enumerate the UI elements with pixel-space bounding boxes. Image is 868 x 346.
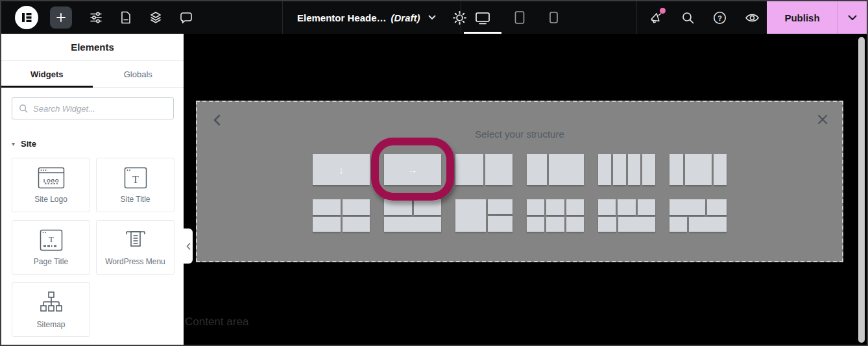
preset-column [488,199,512,232]
site-logo-icon: LOGO [38,167,65,189]
structure-preset-grid-65-35-top-32-68-bottom[interactable] [669,199,727,232]
preset-cell [638,199,655,215]
responsive-device-segment [461,1,637,34]
tablet-icon [514,10,525,25]
widget-search-input[interactable] [33,104,167,114]
structure-preset-grid-3-top-33-67-bottom[interactable] [598,199,655,232]
structure-preset-columns-36-64[interactable] [527,154,584,185]
widget-card-label: WordPress Menu [105,257,165,266]
publish-button[interactable]: Publish [767,1,838,34]
document-title[interactable]: Elementor Heade… [297,12,387,23]
preset-cell [669,154,683,185]
layers-icon [149,11,162,24]
structure-preset-flex-direction-column[interactable]: ↓ [313,154,370,185]
chevron-left-icon [186,243,191,250]
svg-text:LOGO: LOGO [43,177,58,183]
device-mobile-button[interactable] [549,1,559,34]
widget-card-site-logo[interactable]: LOGO Site Logo [12,158,90,212]
preset-grid-row [669,154,727,185]
widget-card-page-title[interactable]: T Page Title [12,220,90,275]
preset-cell [618,217,655,232]
elementor-logo[interactable] [15,6,38,29]
preset-cell [343,199,370,215]
notes-button[interactable] [180,12,193,24]
editor-canvas[interactable]: Content area Select your structure ↓→ [184,34,867,345]
wordpress-menu-icon [123,229,149,251]
structure-presets-row-2 [313,199,727,232]
structure-presets: ↓→ [313,154,727,232]
preset-cell [527,154,547,185]
structure-preset-grid-2x2[interactable] [313,199,370,232]
preset-grid-row: → [384,154,441,185]
publish-button-group: Publish [767,1,867,34]
svg-text:T: T [132,174,139,185]
help-button[interactable]: ? [713,11,727,25]
tab-globals[interactable]: Globals [93,61,184,87]
close-icon [817,114,828,125]
toolbar-left-group [1,1,193,34]
chevron-down-icon [848,15,857,21]
preset-grid-row [669,217,727,232]
structure-preset-grid-left-tall-2-right[interactable] [455,199,512,232]
preset-grid-row [313,199,370,215]
canvas-scrollbar[interactable] [858,37,865,343]
structure-preset-grid-2-top-1-bottom[interactable] [384,199,441,232]
preset-cell: → [384,154,441,185]
panel-collapse-handle[interactable] [184,229,193,264]
preset-cell [618,199,635,215]
preset-grid-row [384,199,441,215]
site-section-toggle[interactable]: ▾ Site [12,139,173,149]
structure-preset-columns-50-50[interactable] [455,154,512,185]
dialog-close-button[interactable] [817,114,828,127]
preset-cell [546,199,564,215]
publish-options-button[interactable] [838,1,867,34]
whats-new-button[interactable] [649,11,663,25]
preset-cell [707,199,727,215]
preset-cell [313,199,341,215]
finder-search-button[interactable] [681,11,695,25]
preset-cell [685,154,712,185]
widget-card-wordpress-menu[interactable]: WordPress Menu [96,220,175,275]
preset-cell [546,217,564,232]
tab-widgets[interactable]: Widgets [1,61,93,87]
preset-grid-row [598,154,655,185]
preset-cell [313,217,341,232]
panel-title: Elements [1,34,184,61]
widget-card-sitemap[interactable]: Sitemap [12,282,90,337]
dialog-back-button[interactable] [213,114,221,129]
structure-button[interactable] [149,11,162,24]
page-settings-button[interactable] [120,11,132,24]
document-switcher-chevron-icon[interactable] [428,15,436,20]
widget-card-label: Sitemap [36,320,65,329]
device-desktop-button[interactable] [475,1,490,34]
widget-card-label: Site Logo [34,195,67,204]
widget-card-site-title[interactable]: T Site Title [96,158,175,212]
page-title-icon: T [38,229,65,251]
structure-preset-columns-25-50-25[interactable] [669,154,727,185]
widget-card-grid: LOGO Site Logo T Site Title [12,158,175,337]
add-element-button[interactable] [50,6,72,29]
device-tablet-button[interactable] [514,1,525,34]
preset-cell [714,154,727,185]
elementor-logo-icon [19,10,34,25]
widgets-panel: Elements Widgets Globals ▾ Site [1,34,184,345]
site-settings-button[interactable] [90,11,102,24]
preset-grid-row [527,154,584,185]
structure-preset-grid-3x2[interactable] [527,199,584,232]
preset-cell [485,154,513,185]
content-area-label: Content area [185,315,248,328]
structure-preset-columns-25-25-25-25[interactable] [598,154,655,185]
preset-cell [566,217,584,232]
widget-search-box[interactable] [12,97,174,119]
dialog-title: Select your structure [197,129,842,140]
preset-cell [488,199,512,214]
preset-grid-row [669,199,727,215]
preset-cell [384,199,412,215]
select-structure-dialog: Select your structure ↓→ [196,101,843,262]
structure-preset-flex-direction-row[interactable]: → [384,154,441,185]
site-title-icon: T [122,167,149,189]
preset-cell [613,154,626,185]
svg-text:?: ? [717,14,722,21]
preview-button[interactable] [745,11,760,25]
preset-grid-row: ↓ [313,154,370,185]
